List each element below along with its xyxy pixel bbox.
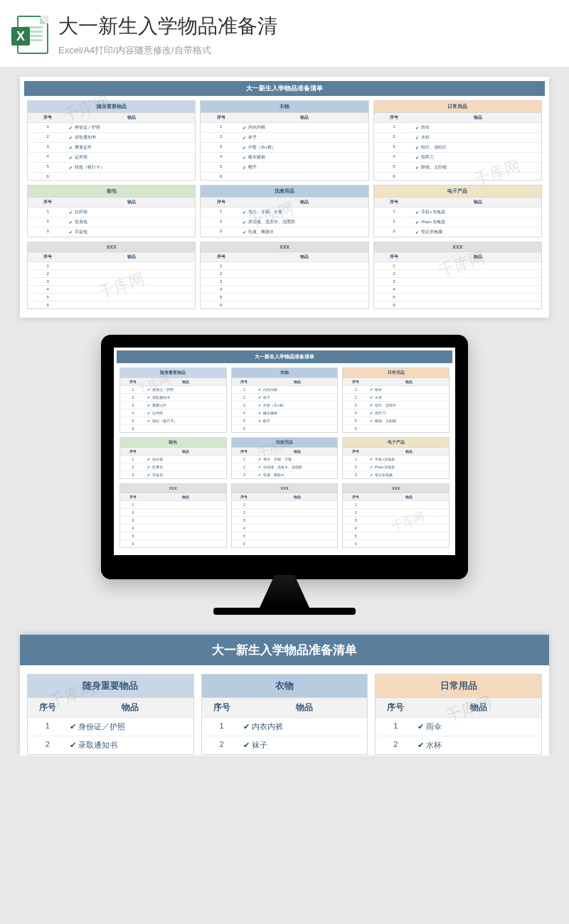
item-text: 袜子 [252, 740, 267, 751]
item-text: 内衣内裤 [263, 387, 277, 392]
item-text: 手提包 [152, 473, 163, 477]
check-icon: ✔ [69, 210, 73, 215]
check-icon: ✔ [258, 457, 261, 461]
item-text: 水杯 [375, 395, 382, 399]
row-item [414, 173, 541, 180]
row-item [414, 301, 541, 308]
row-number: 6 [343, 540, 368, 547]
table-row: 2✔双肩包 [120, 463, 226, 471]
row-number: 2 [232, 509, 257, 516]
col-item-header: 物品 [68, 113, 195, 122]
item-text: 重要证件 [152, 403, 166, 407]
category-header: 洗漱用品 [232, 438, 338, 447]
row-number: 4 [374, 153, 414, 162]
page-header: X 大一新生入学物品准备清 Excel/A4打印/内容随意修改/自带格式 [0, 0, 569, 67]
item-text: 重要证件 [75, 144, 92, 151]
table-row: 1 [374, 262, 541, 270]
col-item-header: 物品 [414, 252, 541, 262]
item-text: iPad+充电器 [421, 219, 445, 225]
row-item: ✔眼镜、太阳镜 [414, 163, 541, 172]
check-icon: ✔ [370, 419, 373, 423]
category-header: XXX [343, 484, 449, 493]
row-number: 6 [120, 540, 146, 547]
category-header: XXX [374, 242, 541, 252]
col-item-header: 物品 [415, 698, 541, 717]
row-item: ✔纸巾、湿纸巾 [414, 143, 541, 152]
row-number: 1 [232, 501, 257, 508]
row-item [241, 301, 368, 308]
check-icon: ✔ [415, 155, 419, 160]
category-header: 衣物 [202, 675, 368, 697]
row-number: 3 [120, 402, 146, 409]
item-text: 指甲刀 [375, 411, 385, 415]
item-text: 钱包（银行卡） [152, 419, 177, 423]
row-item: ✔雨伞 [414, 123, 541, 132]
check-icon: ✔ [415, 210, 419, 215]
row-number: 1 [343, 456, 368, 463]
row-number: 2 [201, 133, 240, 142]
row-number: 1 [28, 262, 68, 269]
table-row: 5✔眼镜、太阳镜 [343, 417, 449, 425]
row-item: ✔iPad+充电器 [414, 217, 541, 227]
check-icon: ✔ [147, 387, 150, 392]
row-number: 4 [28, 153, 68, 162]
row-item: ✔内衣内裤 [241, 718, 367, 736]
row-number: 5 [201, 163, 240, 172]
col-item-header: 物品 [368, 378, 449, 385]
doc-title: 大一新生入学物品准备清单 [24, 81, 545, 96]
row-item [257, 540, 337, 547]
item-text: 内衣内裤 [252, 721, 283, 732]
row-number: 2 [202, 736, 242, 754]
category-header: XXX [201, 242, 368, 252]
item-text: 毛巾、牙刷、牙膏 [248, 209, 282, 215]
row-item [257, 525, 337, 532]
item-text: 帽子 [263, 419, 270, 423]
category-block: XXX序号物品123456 [342, 483, 450, 548]
item-text: 录取通知书 [78, 740, 117, 751]
col-number-header: 序号 [232, 378, 257, 385]
table-row: 5 [120, 532, 226, 540]
row-item [68, 286, 195, 293]
table-row: 3✔笔记本电脑 [343, 471, 449, 478]
item-text: 眼镜、太阳镜 [421, 164, 447, 171]
col-number-header: 序号 [232, 448, 257, 455]
table-row: 1✔毛巾、牙刷、牙膏 [201, 208, 368, 217]
table-row: 1✔拉杆箱 [28, 208, 195, 217]
col-number-header: 序号 [201, 113, 240, 122]
row-item: ✔笔记本电脑 [414, 227, 541, 237]
item-text: 笔记本电脑 [421, 229, 442, 235]
check-icon: ✔ [69, 155, 73, 160]
table-row: 1✔手机+充电器 [374, 208, 541, 217]
row-number: 5 [120, 417, 146, 424]
category-block: 洗漱用品序号物品1✔毛巾、牙刷、牙膏2✔沐浴液、洗发水、洗面奶3✔乳液、爽肤水 [231, 437, 339, 479]
table-row: 6 [120, 425, 226, 432]
col-number-header: 序号 [120, 448, 146, 455]
table-row: 3✔笔记本电脑 [374, 227, 541, 237]
row-item [368, 540, 449, 547]
row-number: 2 [120, 509, 146, 516]
col-item-header: 物品 [146, 378, 226, 385]
item-text: 双肩包 [152, 465, 163, 469]
check-icon: ✔ [69, 230, 73, 235]
item-text: 身份证／护照 [75, 124, 100, 131]
table-row: 1✔雨伞 [376, 718, 541, 736]
row-number: 1 [232, 456, 257, 463]
table-row: 4✔证件照 [120, 409, 226, 417]
row-number: 2 [201, 217, 240, 227]
row-item [146, 540, 226, 547]
row-item [241, 173, 368, 180]
row-item: ✔钱包（银行卡） [68, 163, 195, 172]
category-header: 日常用品 [374, 101, 541, 112]
check-icon: ✔ [415, 220, 419, 225]
row-number: 2 [374, 217, 414, 227]
row-number: 5 [201, 294, 240, 301]
check-icon: ✔ [243, 220, 246, 225]
row-number: 4 [343, 409, 368, 417]
row-number: 3 [28, 227, 68, 237]
row-item [368, 509, 449, 516]
item-text: 帽子 [248, 164, 257, 171]
item-text: 袜子 [248, 134, 257, 141]
row-item: ✔内衣内裤 [257, 386, 337, 393]
row-item: ✔拉杆箱 [68, 208, 195, 217]
col-number-header: 序号 [232, 493, 257, 500]
